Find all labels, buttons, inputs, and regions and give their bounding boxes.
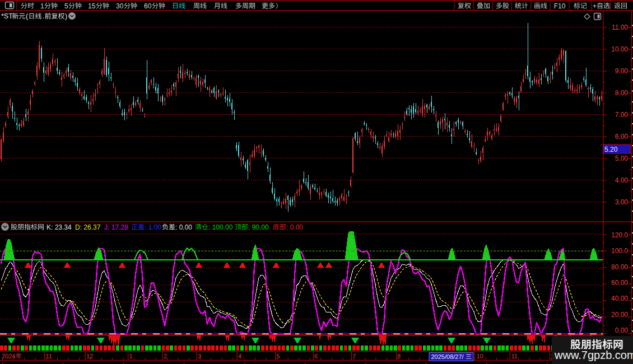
svg-text:*ST: *ST (1, 12, 13, 20)
svg-text:1: 1 (40, 2, 44, 10)
svg-text:: 90.00: : 90.00 (248, 223, 269, 231)
svg-text:6: 6 (314, 353, 318, 360)
svg-text:: 0.00: : 0.00 (286, 223, 303, 231)
svg-text:www.7gpzb.com: www.7gpzb.com (554, 349, 633, 361)
svg-text:11: 11 (511, 353, 518, 360)
svg-text:2: 2 (164, 353, 167, 360)
svg-text:0.00: 0.00 (615, 326, 629, 334)
svg-text:60: 60 (144, 2, 152, 10)
svg-text:80.00: 80.00 (611, 263, 628, 271)
svg-text:100.0: 100.0 (611, 247, 628, 255)
svg-text:12: 12 (86, 353, 93, 360)
svg-text:2025/08/27/: 2025/08/27/ (431, 353, 464, 360)
svg-text:: 1.00: : 1.00 (145, 223, 161, 231)
svg-text:15: 15 (88, 2, 96, 10)
svg-text:: 0.00: : 0.00 (175, 223, 192, 231)
svg-text:.: . (43, 12, 44, 20)
svg-text:3: 3 (198, 353, 201, 360)
svg-text:5.00: 5.00 (615, 155, 629, 162)
svg-text:10: 10 (477, 353, 483, 360)
svg-text:7: 7 (352, 353, 356, 360)
svg-text:K: 23.34: K: 23.34 (46, 223, 72, 231)
svg-text:60.00: 60.00 (611, 279, 628, 287)
svg-text:5.20: 5.20 (604, 146, 618, 153)
svg-text:10.00: 10.00 (611, 45, 628, 53)
svg-text:J: 17.28: J: 17.28 (104, 223, 128, 231)
svg-text:+: + (593, 2, 597, 10)
svg-text:8: 8 (397, 353, 401, 360)
svg-text:): ) (65, 12, 67, 20)
svg-text:30: 30 (116, 2, 124, 10)
svg-text:40.00: 40.00 (611, 295, 628, 302)
svg-text:5: 5 (277, 353, 280, 360)
svg-text:5: 5 (64, 2, 68, 10)
svg-text:20.00: 20.00 (611, 311, 628, 319)
svg-text:D: 26.37: D: 26.37 (75, 223, 101, 231)
svg-text:11: 11 (46, 353, 52, 360)
svg-text:1: 1 (129, 353, 133, 360)
svg-text:3.00: 3.00 (615, 198, 629, 206)
svg-text:9.00: 9.00 (615, 67, 629, 75)
svg-text:11.00: 11.00 (612, 24, 628, 31)
svg-text:4: 4 (238, 353, 241, 360)
svg-text:F10: F10 (554, 2, 566, 10)
svg-text:7.00: 7.00 (615, 111, 629, 119)
svg-text:: 100.00: : 100.00 (208, 223, 233, 231)
svg-text:2024: 2024 (2, 353, 15, 360)
svg-text:6.00: 6.00 (615, 133, 629, 141)
svg-text:8.00: 8.00 (615, 89, 629, 97)
svg-text:4.00: 4.00 (615, 176, 629, 184)
svg-text:120.0: 120.0 (611, 231, 628, 239)
